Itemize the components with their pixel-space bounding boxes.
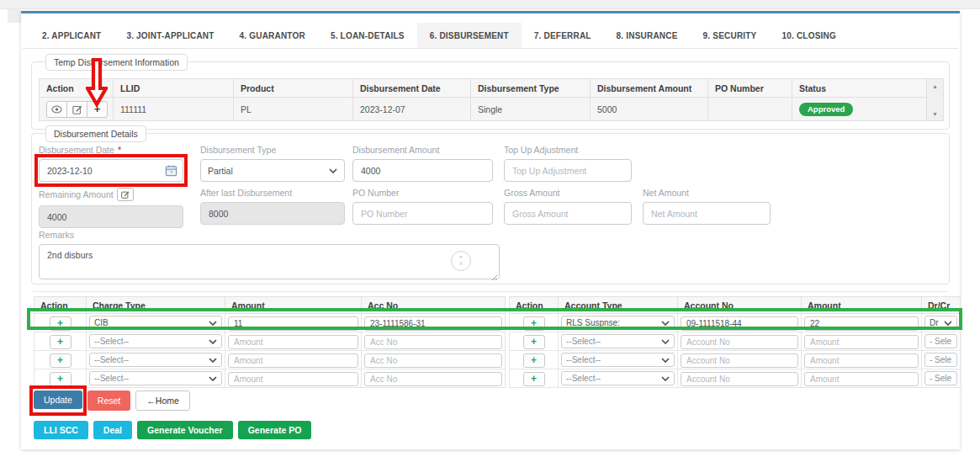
reset-button[interactable]: Reset xyxy=(87,391,130,411)
charge-acc-no-input[interactable] xyxy=(364,335,502,349)
charge-amount-input[interactable] xyxy=(228,353,358,368)
add-charge-button[interactable]: + xyxy=(50,353,72,368)
top-up-adjustment-input[interactable] xyxy=(504,159,632,182)
scroll-down-icon[interactable]: ▼ xyxy=(932,111,938,117)
secondary-actions: LLI SCC Deal Generate Voucher Generate P… xyxy=(34,421,311,439)
net-amount-input[interactable] xyxy=(643,202,771,225)
tab-joint-applicant[interactable]: 3. JOINT-APPLICANT xyxy=(114,23,226,48)
generate-po-button[interactable]: Generate PO xyxy=(238,421,312,439)
charge-row: + --Select-- xyxy=(34,369,506,388)
plus-icon: + xyxy=(94,104,101,114)
chevron-down-icon xyxy=(209,321,217,326)
disbursement-type-select[interactable]: Partial xyxy=(200,159,345,182)
add-charge-button[interactable]: + xyxy=(50,316,72,331)
disbursement-amount-cell: 5000 xyxy=(591,98,708,121)
disbursement-date-input[interactable] xyxy=(39,159,183,182)
chevron-down-icon xyxy=(661,358,670,363)
disbursement-date-cell: 2023-12-07 xyxy=(353,98,471,121)
col-llid: LLID xyxy=(114,79,234,98)
disbursement-amount-input[interactable] xyxy=(352,159,493,182)
home-button[interactable]: ←Home xyxy=(135,391,190,411)
col-po-number: PO Number xyxy=(708,79,792,98)
col-action: Action xyxy=(34,297,87,314)
after-last-disbursement-label: After last Disbursement xyxy=(200,188,345,198)
drcr-select[interactable]: Dr xyxy=(924,316,957,330)
account-amount-input[interactable] xyxy=(804,353,919,368)
gross-amount-input[interactable] xyxy=(504,202,632,225)
col-action: Action xyxy=(40,79,114,98)
account-no-input[interactable] xyxy=(681,316,798,331)
required-asterisk: * xyxy=(118,145,121,155)
col-drcr: Dr/Cr xyxy=(922,297,961,314)
tab-insurance[interactable]: 8. INSURANCE xyxy=(604,23,691,48)
add-account-button[interactable]: + xyxy=(523,316,545,331)
add-charge-button[interactable]: + xyxy=(50,372,72,386)
account-type-select[interactable]: --Select-- xyxy=(561,353,675,367)
remarks-textarea[interactable]: 2nd disburs xyxy=(39,244,500,279)
account-type-select[interactable]: --Select-- xyxy=(561,371,675,385)
po-number-input[interactable] xyxy=(352,202,493,225)
add-charge-button[interactable]: + xyxy=(50,335,72,349)
tab-loan-details[interactable]: 5. LOAN-DETAILS xyxy=(318,23,417,48)
input-assist-icon[interactable]: ❝x xyxy=(451,251,471,271)
charges-table: Action Charge Type Amount Acc No + CIB +… xyxy=(34,296,506,388)
view-row-button[interactable] xyxy=(46,101,67,118)
charge-amount-input[interactable] xyxy=(228,335,358,349)
disbursement-amount-label: Disbursement Amount xyxy=(352,145,493,155)
add-account-button[interactable]: + xyxy=(523,353,545,368)
account-amount-input[interactable] xyxy=(804,372,919,386)
account-amount-input[interactable] xyxy=(804,316,919,331)
action-cell: + xyxy=(40,98,114,121)
calendar-icon[interactable]: ? xyxy=(165,164,177,177)
tab-guarantor[interactable]: 4. GUARANTOR xyxy=(227,23,318,48)
charge-type-select[interactable]: CIB xyxy=(89,316,222,330)
col-amount: Amount xyxy=(802,297,922,314)
after-last-disbursement-input xyxy=(200,202,345,225)
charge-acc-no-input[interactable] xyxy=(364,316,502,331)
table-scrollbar[interactable]: ▲ ▼ xyxy=(927,79,944,121)
drcr-select[interactable]: - Sele xyxy=(924,334,957,348)
accounts-header-row: Action Account Type Account No Amount Dr… xyxy=(510,297,961,314)
add-account-button[interactable]: + xyxy=(523,372,545,386)
page-edge-fragment xyxy=(8,9,21,23)
chevron-down-icon xyxy=(209,376,217,381)
drcr-select[interactable]: - Sele xyxy=(924,371,957,385)
lli-scc-button[interactable]: LLI SCC xyxy=(34,421,88,439)
col-status: Status xyxy=(792,79,927,98)
deal-button[interactable]: Deal xyxy=(93,421,132,439)
account-type-select[interactable]: RLS Suspnse: xyxy=(561,316,675,330)
charge-amount-input[interactable] xyxy=(228,316,358,331)
account-no-input[interactable] xyxy=(681,353,798,368)
charge-type-select[interactable]: --Select-- xyxy=(89,334,222,348)
temp-table-header-row: Action LLID Product Disbursement Date Di… xyxy=(40,79,944,98)
chevron-down-icon xyxy=(209,358,217,363)
tab-security[interactable]: 9. SECURITY xyxy=(691,23,770,48)
charge-type-select[interactable]: --Select-- xyxy=(89,353,222,367)
tab-disbursement[interactable]: 6. DISBURSEMENT xyxy=(417,23,522,48)
update-button[interactable]: Update xyxy=(34,391,82,409)
drcr-select[interactable]: - Sele xyxy=(924,353,957,367)
charge-type-select[interactable]: --Select-- xyxy=(89,371,222,385)
tab-applicant[interactable]: 2. APPLICANT xyxy=(29,23,114,48)
add-row-button[interactable]: + xyxy=(87,101,108,118)
account-no-input[interactable] xyxy=(681,335,798,349)
remarks-label: Remarks xyxy=(39,230,506,240)
scroll-up-icon[interactable]: ▲ xyxy=(932,83,938,89)
charges-header-row: Action Charge Type Amount Acc No xyxy=(34,297,506,314)
tab-deferral[interactable]: 7. DEFERRAL xyxy=(522,23,604,48)
col-disbursement-amount: Disbursement Amount xyxy=(591,79,708,98)
add-account-button[interactable]: + xyxy=(523,335,545,349)
account-amount-input[interactable] xyxy=(804,335,919,349)
generate-voucher-button[interactable]: Generate Voucher xyxy=(137,421,233,439)
account-type-select[interactable]: --Select-- xyxy=(561,334,675,348)
col-action: Action xyxy=(510,297,559,314)
primary-actions: Update Reset ←Home xyxy=(34,391,190,411)
temp-disbursement-table: Action LLID Product Disbursement Date Di… xyxy=(39,78,944,121)
charge-acc-no-input[interactable] xyxy=(364,353,502,368)
edit-row-button[interactable] xyxy=(66,101,87,118)
charge-acc-no-input[interactable] xyxy=(364,372,502,386)
edit-remaining-amount-button[interactable] xyxy=(117,188,134,201)
tab-closing[interactable]: 10. CLOSING xyxy=(769,23,848,48)
account-no-input[interactable] xyxy=(681,372,798,386)
charge-amount-input[interactable] xyxy=(228,372,358,386)
